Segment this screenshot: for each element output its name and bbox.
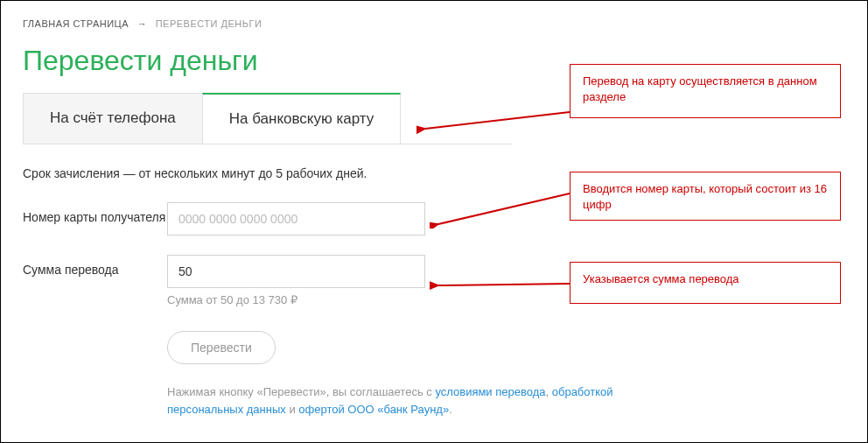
disclaimer: Нажимая кнопку «Перевести», вы соглашает… [167,383,657,418]
card-number-input[interactable] [167,202,425,236]
disclaimer-prefix: Нажимая кнопку «Перевести», вы соглашает… [167,385,435,398]
tabs: На счёт телефона На банковскую карту [23,93,513,144]
transfer-button[interactable]: Перевести [167,331,276,364]
sum-label: Сумма перевода [23,255,167,278]
breadcrumb-arrow-icon: → [137,18,148,29]
tab-phone[interactable]: На счёт телефона [23,93,203,144]
sum-hint: Сумма от 50 до 13 730 ₽ [167,293,513,306]
callout-card: Вводится номер карты, который состоит из… [570,172,841,221]
tab-content: Срок зачисления — от нескольких минут до… [23,144,513,418]
tab-card[interactable]: На банковскую карту [202,93,402,144]
breadcrumb: ГЛАВНАЯ СТРАНИЦА → ПЕРЕВЕСТИ ДЕНЬГИ [23,18,845,29]
callout-tab: Перевод на карту осуществляется в данном… [570,64,841,118]
terms-link[interactable]: условиями перевода [435,385,545,398]
offer-link[interactable]: офертой ООО «банк Раунд» [298,403,449,416]
breadcrumb-current: ПЕРЕВЕСТИ ДЕНЬГИ [156,18,262,29]
callout-sum: Указывается сумма перевода [570,262,841,304]
sum-input[interactable] [167,255,425,288]
card-number-label: Номер карты получателя [23,202,167,225]
credit-time-info: Срок зачисления — от нескольких минут до… [23,166,513,180]
breadcrumb-home[interactable]: ГЛАВНАЯ СТРАНИЦА [23,18,129,29]
